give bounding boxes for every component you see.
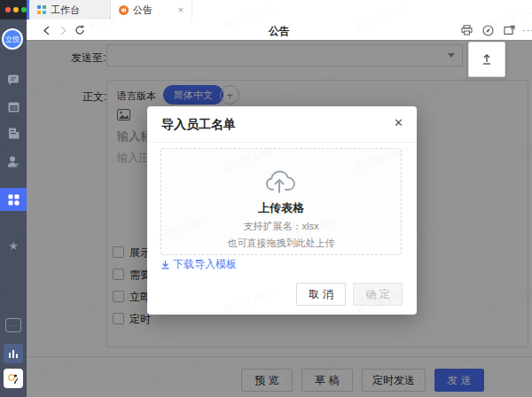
cloud-upload-icon <box>265 168 297 193</box>
star-icon: ★ <box>8 239 19 253</box>
avatar[interactable]: 立悦 <box>2 28 23 50</box>
sidebar-item-tasks[interactable] <box>0 121 27 144</box>
tab-bar: 工作台 公告 × <box>27 0 532 20</box>
nav-bar: 公告 ··· <box>27 19 532 41</box>
sidebar-item-more[interactable]: ··· <box>0 314 27 337</box>
sidebar-item-contacts[interactable] <box>0 150 27 173</box>
upload-extension-hint: 支持扩展名：xlsx <box>161 220 401 233</box>
modal-title: 导入员工名单 <box>161 117 236 133</box>
workbench-grid-icon <box>37 5 46 14</box>
download-template-label: 下载导入模板 <box>173 257 237 272</box>
import-employee-modal: 导入员工名单 ✕ 上传表格 支持扩展名：xlsx 也可直接拖拽到此处上传 下载导… <box>147 106 417 315</box>
more-icon[interactable]: ··· <box>521 23 532 37</box>
sidebar-item-favorites[interactable]: ★ <box>0 234 27 257</box>
tab-workbench[interactable]: 工作台 <box>29 0 111 19</box>
tab-announcement[interactable]: 公告 × <box>111 0 192 19</box>
upload-icon <box>481 53 493 66</box>
printer-icon[interactable] <box>459 23 473 37</box>
upload-dropzone[interactable]: 上传表格 支持扩展名：xlsx 也可直接拖拽到此处上传 <box>160 148 402 255</box>
announcement-icon <box>119 5 129 15</box>
tab-workbench-label: 工作台 <box>51 4 80 17</box>
chat-icon <box>7 74 20 86</box>
custom-app-icon <box>7 372 20 385</box>
calendar-icon: 30 <box>8 101 20 113</box>
page-title: 公告 <box>27 24 532 39</box>
close-window-button[interactable] <box>5 7 11 12</box>
sidebar-item-custom-app[interactable] <box>4 369 23 388</box>
sidebar-item-calendar[interactable]: 30 <box>0 95 27 118</box>
modal-close-icon[interactable]: ✕ <box>394 117 403 128</box>
download-icon <box>160 260 170 269</box>
sidebar-item-chat[interactable] <box>0 68 27 91</box>
import-upload-button[interactable] <box>468 42 505 77</box>
workbench-icon <box>8 194 20 206</box>
more-apps-icon: ··· <box>5 318 21 332</box>
cancel-button[interactable]: 取 消 <box>296 283 346 306</box>
confirm-button-disabled[interactable]: 确 定 <box>353 283 403 306</box>
upload-title: 上传表格 <box>161 200 401 216</box>
modal-header: 导入员工名单 ✕ <box>147 106 417 143</box>
app-window: 工作台 公告 × 公告 ··· <box>0 0 532 397</box>
bar-chart-icon <box>8 349 19 359</box>
contacts-icon <box>7 156 20 167</box>
tasks-flag-icon <box>8 128 20 139</box>
upload-drag-hint: 也可直接拖拽到此处上传 <box>161 237 401 250</box>
svg-text:30: 30 <box>11 105 16 111</box>
minimize-window-button[interactable] <box>13 7 19 12</box>
sidebar-item-workbench[interactable] <box>0 188 27 211</box>
titlebar-traffic-lights <box>0 0 27 19</box>
tab-close-icon[interactable]: × <box>178 5 184 15</box>
download-template-link[interactable]: 下载导入模板 <box>160 257 237 272</box>
sidebar: 立悦 30 ★ ··· <box>0 19 27 397</box>
open-in-window-icon[interactable] <box>502 23 516 37</box>
sidebar-item-analytics[interactable] <box>4 344 23 363</box>
compass-icon[interactable] <box>481 23 495 37</box>
tab-announcement-label: 公告 <box>133 4 153 17</box>
